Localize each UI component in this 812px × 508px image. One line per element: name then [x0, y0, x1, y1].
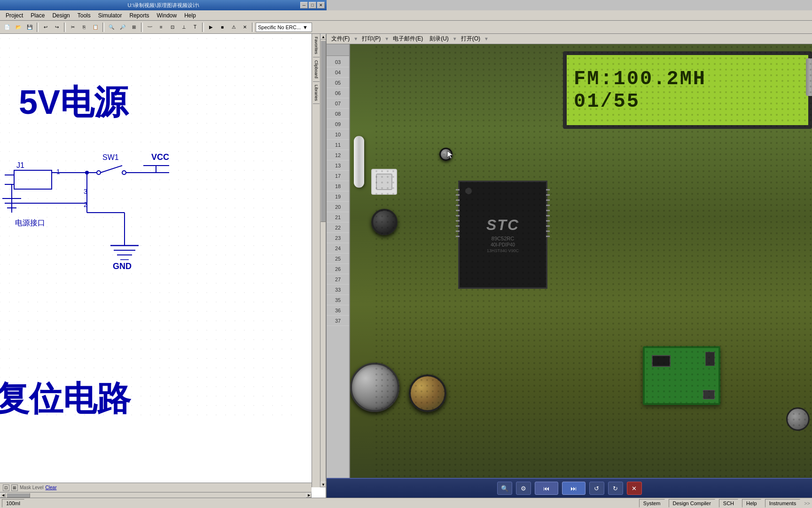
toolbar-btn-comp[interactable]: ⊡ — [167, 22, 178, 32]
svg-text:GND: GND — [113, 262, 132, 271]
pin — [456, 210, 460, 211]
menu-item-help[interactable]: Help — [180, 11, 200, 20]
row-num-05: 05 — [327, 78, 349, 88]
row-num-09: 09 — [327, 119, 349, 129]
photo-settings-btn[interactable]: ⚙ — [516, 482, 531, 495]
toolbar-btn-wire[interactable]: 〰 — [145, 22, 155, 32]
toolbar-btn-run[interactable]: ▶ — [206, 22, 216, 32]
row-num-36: 36 — [327, 305, 349, 316]
photo-refresh-btn[interactable]: ↺ — [589, 482, 604, 495]
toolbar-btn-text[interactable]: T — [190, 22, 200, 32]
title-bar-text: U:\录制视频\原理图讲视频设计\ — [127, 2, 199, 9]
row-num-19: 19 — [327, 191, 349, 202]
mask-level-icon[interactable]: ⊡ — [3, 484, 9, 491]
row-num-07: 07 — [327, 98, 349, 109]
pin — [546, 189, 550, 190]
toolbar-btn-redo[interactable]: ↪ — [52, 22, 62, 32]
status-sch[interactable]: SCH — [719, 499, 738, 508]
status-design-compiler[interactable]: Design Compiler — [669, 499, 715, 508]
toolbar-btn-save[interactable]: 💾 — [24, 22, 35, 32]
pin — [546, 225, 550, 227]
photo-search-btn[interactable]: 🔍 — [497, 482, 512, 495]
row-num-37: 37 — [327, 316, 349, 326]
maximize-button[interactable]: □ — [309, 2, 316, 8]
menu-item-place[interactable]: Place — [27, 11, 48, 20]
erc-dropdown[interactable]: Specific No ERC... ▼ — [256, 23, 312, 32]
sidebar-tab-favorites[interactable]: Favorites — [313, 34, 320, 57]
module-comp2 — [705, 352, 715, 366]
menu-item-simulator[interactable]: Simulator — [94, 11, 126, 20]
minimize-button[interactable]: ─ — [300, 2, 308, 8]
row-num-12: 12 — [327, 150, 349, 160]
status-instruments[interactable]: Instruments — [765, 499, 800, 508]
row-numbers-panel: 03 04 05 06 07 08 09 10 11 12 13 17 18 1… — [327, 44, 350, 478]
mask-level-label: Mask Level — [20, 485, 44, 490]
toolbar-btn-power[interactable]: ⊥ — [179, 22, 189, 32]
status-expand[interactable]: >> — [804, 500, 810, 506]
toolbar-btn-erc[interactable]: ⚠ — [228, 22, 239, 32]
photo-forward-btn[interactable]: ↻ — [608, 482, 623, 495]
row-num-25: 25 — [327, 254, 349, 264]
stc-chip: STC 89C52RC 40I-PDIP40 13HST840 V90C — [458, 181, 547, 289]
chinese-menu-open[interactable]: 打开(O) — [458, 34, 483, 44]
toolbar-btn-stop[interactable]: ■ — [217, 22, 227, 32]
menu-item-tools[interactable]: Tools — [74, 11, 94, 20]
tactile-switch — [371, 169, 397, 195]
photo-prev-btn[interactable]: ⏮ — [535, 482, 558, 495]
toolbar-btn-cut[interactable]: ✂ — [68, 22, 78, 32]
menu-item-reports[interactable]: Reports — [125, 11, 153, 20]
row-num-04: 04 — [327, 67, 349, 78]
photo-play-btn[interactable]: ⏭ — [562, 482, 586, 495]
clear-label[interactable]: Clear — [46, 485, 57, 490]
toolbar-btn-zoom-fit[interactable]: ⊞ — [129, 22, 139, 32]
module-ic — [652, 355, 671, 367]
title-bar: U:\录制视频\原理图讲视频设计\ ─ □ ✕ — [0, 0, 327, 10]
pin — [546, 230, 550, 232]
menu-item-project[interactable]: Project — [2, 11, 27, 20]
push-button-round — [371, 209, 398, 235]
toolbar-sep-3 — [102, 23, 104, 32]
pin — [546, 194, 550, 196]
title-bar-controls: ─ □ ✕ — [300, 2, 325, 8]
chinese-menu-email[interactable]: 电子邮件(E) — [390, 34, 426, 44]
row-num-13: 13 — [327, 160, 349, 171]
toolbar-btn-delete[interactable]: ✕ — [240, 22, 250, 32]
row-num-23: 23 — [327, 233, 349, 243]
pin — [546, 210, 550, 211]
toolbar-btn-bus[interactable]: ≡ — [156, 22, 166, 32]
pin — [546, 236, 550, 237]
svg-text:复位电路: 复位电路 — [0, 380, 132, 417]
toolbar-btn-zoom-in[interactable]: 🔍 — [106, 22, 117, 32]
toolbar-btn-undo[interactable]: ↩ — [40, 22, 51, 32]
module-comp — [703, 390, 715, 399]
lcd-display: FM:100.2MH 01/55 — [563, 51, 812, 129]
menu-item-window[interactable]: Window — [153, 11, 180, 20]
status-system[interactable]: System — [639, 499, 665, 508]
row-num-26: 26 — [327, 264, 349, 274]
toolbar-btn-paste[interactable]: 📋 — [90, 22, 101, 32]
close-button[interactable]: ✕ — [317, 2, 325, 8]
chinese-menu-file[interactable]: 文件(F) — [328, 34, 352, 44]
schematic-drawing[interactable]: 5V电源 J1 1 3 2 — [0, 34, 312, 498]
sidebar-tab-clipboard[interactable]: Clipboard — [313, 57, 320, 82]
row-num-10: 10 — [327, 129, 349, 140]
mouse-cursor — [446, 150, 456, 159]
menu-arrow-2: ▼ — [384, 36, 389, 41]
toolbar-btn-new[interactable]: 📄 — [2, 22, 12, 32]
menu-item-design[interactable]: Design — [48, 11, 73, 20]
chinese-menu-print[interactable]: 打印(P) — [359, 34, 383, 44]
toolbar-btn-zoom-out[interactable]: 🔎 — [117, 22, 128, 32]
status-help[interactable]: Help — [742, 499, 761, 508]
photo-close-btn[interactable]: ✕ — [627, 482, 642, 495]
mask-level-icon2[interactable]: ⊞ — [11, 484, 18, 491]
rotary-encoder — [350, 363, 399, 412]
toolbar-btn-open[interactable]: 📂 — [13, 22, 23, 32]
toolbar-btn-copy[interactable]: ⎘ — [79, 22, 89, 32]
row-num-24: 24 — [327, 243, 349, 254]
chinese-menu-burn[interactable]: 刻录(U) — [427, 34, 452, 44]
pin — [546, 215, 550, 216]
chip-pins-left — [456, 189, 460, 237]
sidebar-tab-libraries[interactable]: Libraries — [313, 82, 320, 104]
toolbar-sep-1 — [37, 23, 39, 32]
svg-text:J1: J1 — [16, 161, 24, 169]
